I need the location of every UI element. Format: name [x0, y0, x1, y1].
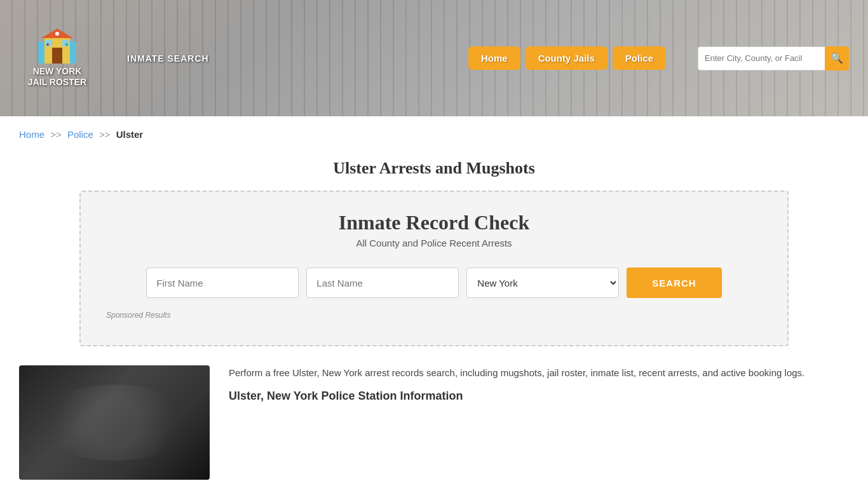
logo-text: NEW YORK JAIL ROSTER [28, 66, 86, 88]
record-check-title: Inmate Record Check [106, 211, 762, 234]
bottom-text: Perform a free Ulster, New York arrest r… [229, 365, 849, 412]
inmate-search-label: INMATE SEARCH [127, 53, 209, 64]
breadcrumb-home-link[interactable]: Home [19, 129, 44, 140]
logo-area: NEW YORK JAIL ROSTER [19, 29, 95, 88]
breadcrumb: Home >> Police >> Ulster [0, 116, 868, 152]
record-check-subtitle: All County and Police Recent Arrests [106, 238, 762, 248]
record-check-section: Inmate Record Check All County and Polic… [79, 191, 789, 346]
breadcrumb-sep1: >> [50, 129, 62, 140]
breadcrumb-police-link[interactable]: Police [67, 129, 93, 140]
state-select[interactable]: AlabamaAlaskaArizonaArkansasCaliforniaCo… [466, 268, 619, 298]
svg-point-8 [65, 43, 68, 46]
header-search-area: 🔍 [698, 46, 849, 71]
sponsored-label: Sponsored Results [106, 311, 762, 320]
breadcrumb-sep2: >> [99, 129, 111, 140]
svg-rect-5 [62, 40, 69, 46]
search-icon: 🔍 [831, 52, 843, 64]
svg-point-7 [46, 43, 49, 46]
nav-area: Home County Jails Police [468, 46, 666, 70]
header-content: NEW YORK JAIL ROSTER INMATE SEARCH Home … [0, 0, 868, 116]
first-name-input[interactable] [146, 268, 299, 298]
nav-home-button[interactable]: Home [468, 46, 520, 70]
nav-county-jails-button[interactable]: County Jails [526, 46, 607, 70]
search-button[interactable]: SEARCH [627, 268, 721, 298]
header: NEW YORK JAIL ROSTER INMATE SEARCH Home … [0, 0, 868, 116]
logo-icon [38, 29, 76, 64]
bottom-section-heading: Ulster, New York Police Station Informat… [229, 387, 849, 405]
bottom-section: Perform a free Ulster, New York arrest r… [0, 346, 868, 486]
bottom-image [19, 365, 210, 480]
header-search-input[interactable] [698, 46, 825, 71]
bottom-description: Perform a free Ulster, New York arrest r… [229, 365, 849, 381]
breadcrumb-current: Ulster [116, 129, 144, 140]
svg-rect-4 [46, 40, 52, 46]
svg-rect-3 [52, 48, 62, 64]
page-title: Ulster Arrests and Mugshots [0, 159, 868, 178]
svg-point-6 [55, 32, 59, 36]
last-name-input[interactable] [306, 268, 459, 298]
header-search-button[interactable]: 🔍 [825, 46, 849, 71]
nav-police-button[interactable]: Police [613, 46, 666, 70]
search-form: AlabamaAlaskaArizonaArkansasCaliforniaCo… [106, 268, 762, 298]
